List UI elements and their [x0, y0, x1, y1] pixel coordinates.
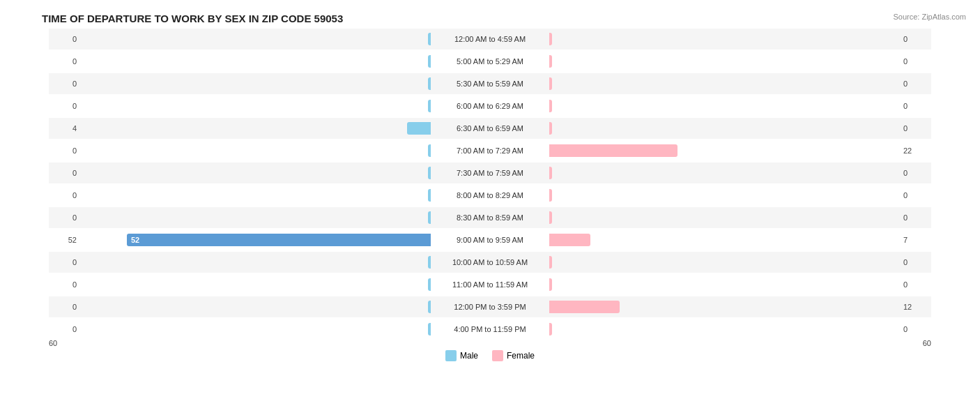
female-bar-wrap	[549, 33, 900, 45]
female-bar	[549, 77, 552, 90]
table-row: 012:00 PM to 3:59 PM12	[49, 296, 931, 317]
male-bar-wrap	[80, 211, 431, 224]
table-row: 012:00 AM to 4:59 AM0	[49, 29, 931, 50]
legend-male: Male	[445, 350, 478, 361]
female-bar-wrap	[549, 144, 900, 157]
male-value: 0	[49, 191, 80, 199]
female-value: 0	[900, 80, 931, 88]
chart-title: TIME OF DEPARTURE TO WORK BY SEX IN ZIP …	[14, 13, 966, 24]
table-row: 07:30 AM to 7:59 AM0	[49, 163, 931, 183]
male-value: 0	[49, 258, 80, 266]
x-label-right: 60	[923, 339, 931, 347]
female-bar-wrap	[549, 167, 900, 179]
table-row: 010:00 AM to 10:59 AM0	[49, 252, 931, 273]
male-value: 0	[49, 57, 80, 66]
female-legend-label: Female	[507, 351, 535, 361]
male-value: 0	[49, 303, 80, 311]
male-bar-wrap	[80, 189, 431, 202]
female-bar-wrap	[549, 189, 900, 202]
female-bar	[549, 144, 677, 157]
chart-area: 012:00 AM to 4:59 AM005:00 AM to 5:29 AM…	[14, 29, 966, 361]
male-bar-wrap	[80, 55, 431, 68]
male-value: 0	[49, 146, 80, 155]
male-bar-wrap	[80, 77, 431, 90]
male-value: 0	[49, 280, 80, 289]
female-bar-wrap	[549, 278, 900, 291]
time-label: 8:00 AM to 8:29 AM	[431, 191, 549, 199]
table-row: 011:00 AM to 11:59 AM0	[49, 274, 931, 295]
female-value: 0	[900, 258, 931, 266]
male-value: 0	[49, 102, 80, 110]
female-value: 0	[900, 124, 931, 133]
x-axis: 60 60	[49, 339, 931, 347]
female-bar	[549, 189, 552, 202]
female-bar-wrap	[549, 211, 900, 224]
female-value: 0	[900, 35, 931, 43]
female-bar-wrap	[549, 122, 900, 135]
table-row: 08:00 AM to 8:29 AM0	[49, 185, 931, 206]
female-bar	[549, 122, 552, 135]
time-label: 10:00 AM to 10:59 AM	[431, 258, 549, 266]
female-value: 7	[900, 236, 931, 244]
female-value: 0	[900, 102, 931, 110]
female-bar-wrap	[549, 234, 900, 246]
table-row: 05:00 AM to 5:29 AM0	[49, 51, 931, 72]
legend: Male Female	[445, 350, 535, 361]
female-bar-wrap	[549, 100, 900, 112]
time-label: 4:00 PM to 11:59 PM	[431, 325, 549, 333]
female-bar-wrap	[549, 55, 900, 68]
female-bar-wrap	[549, 77, 900, 90]
x-label-left: 60	[49, 339, 57, 347]
female-bar	[549, 167, 552, 179]
time-label: 5:30 AM to 5:59 AM	[431, 80, 549, 88]
female-value: 0	[900, 191, 931, 199]
table-row: 06:00 AM to 6:29 AM0	[49, 96, 931, 116]
time-label: 12:00 PM to 3:59 PM	[431, 303, 549, 311]
male-bar-wrap	[80, 167, 431, 179]
male-legend-box	[445, 350, 457, 361]
female-bar	[549, 33, 552, 45]
male-value: 0	[49, 35, 80, 43]
table-row: 04:00 PM to 11:59 PM0	[49, 319, 931, 340]
table-row: 46:30 AM to 6:59 AM0	[49, 118, 931, 139]
female-value: 0	[900, 169, 931, 177]
time-label: 7:30 AM to 7:59 AM	[431, 169, 549, 177]
female-value: 0	[900, 280, 931, 289]
male-value: 0	[49, 325, 80, 333]
table-row: 05:30 AM to 5:59 AM0	[49, 73, 931, 94]
female-value: 0	[900, 325, 931, 333]
table-row: 08:30 AM to 8:59 AM0	[49, 207, 931, 228]
female-value: 0	[900, 213, 931, 222]
male-bar-wrap	[80, 323, 431, 335]
female-legend-box	[492, 350, 503, 361]
time-label: 6:00 AM to 6:29 AM	[431, 102, 549, 110]
female-bar-wrap	[549, 323, 900, 335]
female-bar	[549, 55, 552, 68]
male-value: 0	[49, 169, 80, 177]
male-bar-wrap	[80, 33, 431, 45]
male-value: 52	[49, 236, 80, 244]
male-bar: 52	[127, 234, 431, 246]
time-label: 6:30 AM to 6:59 AM	[431, 124, 549, 133]
female-bar	[549, 100, 552, 112]
male-legend-label: Male	[460, 351, 478, 361]
male-bar-wrap	[80, 122, 431, 135]
female-value: 22	[900, 146, 931, 155]
male-bar-wrap: 52	[80, 234, 431, 246]
male-bar-wrap	[80, 256, 431, 269]
male-value: 0	[49, 80, 80, 88]
table-row: 07:00 AM to 7:29 AM22	[49, 140, 931, 161]
female-bar-wrap	[549, 301, 900, 313]
female-bar-wrap	[549, 256, 900, 269]
female-bar	[549, 256, 552, 269]
source-label: Source: ZipAtlas.com	[893, 13, 966, 21]
female-bar	[549, 301, 620, 313]
male-bar-wrap	[80, 100, 431, 112]
legend-female: Female	[492, 350, 535, 361]
time-label: 11:00 AM to 11:59 AM	[431, 280, 549, 289]
female-bar	[549, 323, 552, 335]
rows-container: 012:00 AM to 4:59 AM005:00 AM to 5:29 AM…	[49, 29, 931, 333]
male-bar-wrap	[80, 301, 431, 313]
female-value: 12	[900, 303, 931, 311]
table-row: 52529:00 AM to 9:59 AM7	[49, 229, 931, 250]
